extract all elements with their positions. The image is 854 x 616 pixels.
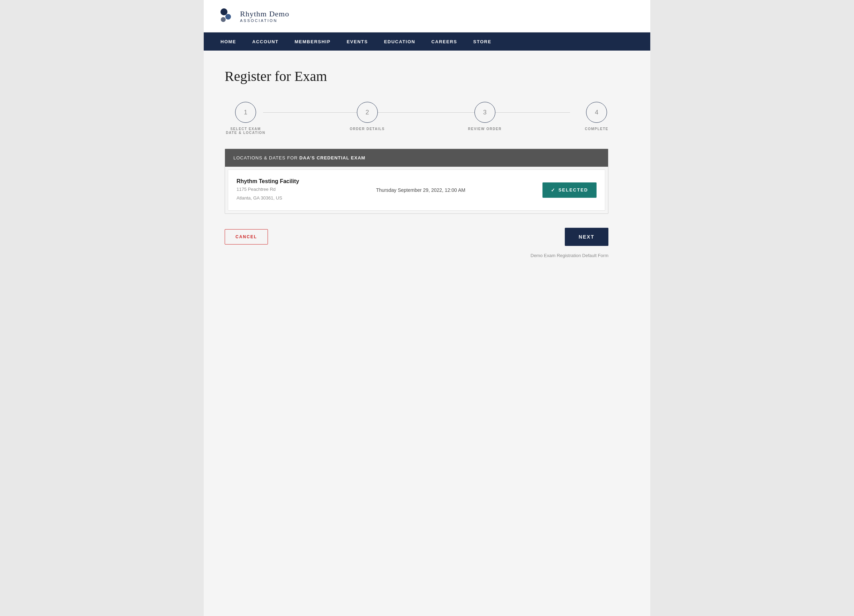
next-button[interactable]: NEXT (565, 228, 608, 246)
nav-home[interactable]: HOME (218, 34, 239, 50)
steps-line (263, 112, 570, 113)
step-1: 1 SELECT EXAM DATE & LOCATION (225, 102, 267, 135)
exam-name: DAA'S CREDENTIAL EXAM (299, 155, 365, 160)
svg-point-1 (225, 14, 231, 20)
step-3-label: REVIEW ORDER (468, 127, 502, 131)
step-2-circle: 2 (357, 102, 378, 123)
svg-point-2 (221, 17, 226, 22)
nav-careers[interactable]: CAREERS (429, 34, 460, 50)
step-1-label: SELECT EXAM DATE & LOCATION (225, 127, 267, 135)
navigation: HOME ACCOUNT MEMBERSHIP EVENTS EDUCATION… (204, 32, 650, 50)
logo-icon (218, 7, 236, 25)
location-info: Rhythm Testing Facility 1175 Peachtree R… (236, 178, 299, 202)
nav-education[interactable]: EDUCATION (381, 34, 418, 50)
logo: Rhythm Demo ASSOCIATION (218, 7, 289, 25)
logo-title: Rhythm Demo (240, 9, 289, 18)
location-row: Rhythm Testing Facility 1175 Peachtree R… (228, 169, 605, 211)
step-1-circle: 1 (235, 102, 256, 123)
logo-subtitle: ASSOCIATION (240, 18, 289, 23)
selected-button-label: SELECTED (558, 187, 588, 192)
header: Rhythm Demo ASSOCIATION (204, 0, 650, 32)
nav-events[interactable]: EVENTS (344, 34, 371, 50)
step-4-circle: 4 (586, 102, 607, 123)
nav-account[interactable]: ACCOUNT (249, 34, 282, 50)
step-2: 2 ORDER DETAILS (350, 102, 385, 131)
step-2-label: ORDER DETAILS (350, 127, 385, 131)
locations-header: LOCATIONS & DATES FOR DAA'S CREDENTIAL E… (225, 149, 608, 167)
step-4: 4 COMPLETE (585, 102, 608, 131)
step-3-circle: 3 (474, 102, 496, 123)
nav-membership[interactable]: MEMBERSHIP (292, 34, 334, 50)
logo-text: Rhythm Demo ASSOCIATION (240, 9, 289, 23)
selected-button[interactable]: ✓ SELECTED (543, 183, 596, 198)
locations-section: LOCATIONS & DATES FOR DAA'S CREDENTIAL E… (225, 149, 608, 214)
main-content: Register for Exam 1 SELECT EXAM DATE & L… (204, 50, 650, 616)
page-title: Register for Exam (225, 68, 629, 84)
locations-header-prefix: LOCATIONS & DATES FOR (233, 155, 299, 160)
action-buttons: CANCEL NEXT (225, 228, 608, 246)
step-4-label: COMPLETE (585, 127, 608, 131)
location-name: Rhythm Testing Facility (236, 178, 299, 184)
location-address-line2: Atlanta, GA 30361, US (236, 195, 299, 202)
checkmark-icon: ✓ (551, 187, 556, 193)
form-label: Demo Exam Registration Default Form (225, 253, 608, 258)
cancel-button[interactable]: CANCEL (225, 229, 268, 244)
form-label-text: Demo Exam Registration Default Form (531, 253, 608, 258)
location-address-line1: 1175 Peachtree Rd (236, 186, 299, 193)
step-3: 3 REVIEW ORDER (468, 102, 502, 131)
svg-point-0 (221, 8, 227, 15)
steps-container: 1 SELECT EXAM DATE & LOCATION 2 ORDER DE… (225, 102, 608, 135)
location-date: Thursday September 29, 2022, 12:00 AM (376, 187, 465, 193)
nav-store[interactable]: STORE (471, 34, 494, 50)
